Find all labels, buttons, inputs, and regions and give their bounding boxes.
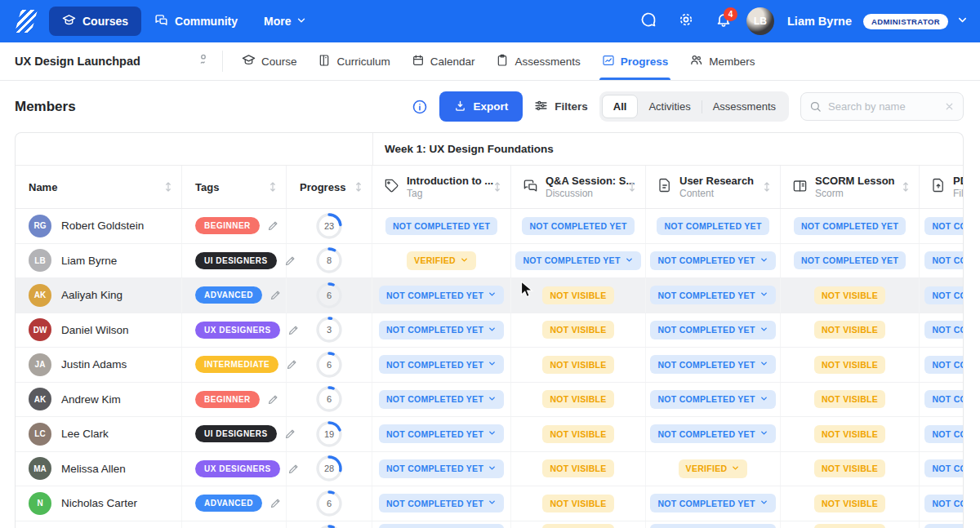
chat-bubble-icon [640, 11, 657, 31]
app-logo[interactable] [15, 10, 38, 33]
status-badge[interactable]: NOT COMPLETED YET [650, 286, 775, 304]
search-input[interactable] [828, 100, 938, 113]
tab-members[interactable]: Members [679, 42, 765, 80]
status-label: NOT COMPLETED YET [386, 360, 483, 370]
member-tag[interactable]: ADVANCED [195, 286, 262, 304]
tab-progress[interactable]: Progress [591, 42, 679, 80]
status-badge[interactable]: NOT COMPLETED YET [379, 355, 504, 374]
member-progress-cell: 8 [287, 244, 372, 278]
edit-tag-icon[interactable] [270, 497, 282, 509]
status-badge[interactable]: VERIFIED [679, 459, 748, 478]
segment-assessments[interactable]: Assessments [702, 95, 786, 118]
sort-icon[interactable] [492, 181, 502, 193]
tab-course[interactable]: Course [231, 42, 308, 80]
member-tag[interactable]: UX DESIGNERS [195, 322, 280, 339]
status-badge: NOT VISIBLE [814, 286, 885, 304]
activity-status-cell: NOT VISIBLE [781, 486, 920, 521]
status-badge[interactable]: NOT COMPLETED YET [379, 424, 504, 443]
chevron-down-icon [760, 428, 768, 439]
week-group-header: Week 1: UX Design Foundations [372, 133, 964, 165]
settings-button[interactable] [671, 7, 701, 36]
status-badge[interactable]: NOT COMPLETED YET [379, 459, 504, 478]
sort-icon[interactable] [901, 181, 911, 193]
sort-icon[interactable] [762, 181, 772, 193]
status-label: NOT COMPLETED YET [386, 325, 483, 335]
tab-calendar[interactable]: Calendar [401, 42, 486, 80]
gear-icon [678, 11, 694, 31]
edit-tag-icon[interactable] [270, 289, 282, 301]
sort-icon[interactable] [354, 181, 363, 193]
sort-icon[interactable] [163, 181, 173, 193]
user-check-icon[interactable] [196, 52, 211, 70]
status-badge: NOT VISIBLE [814, 495, 885, 512]
progress-value: 19 [315, 420, 343, 448]
sort-icon[interactable] [627, 181, 637, 193]
nav-more-button[interactable]: More [251, 7, 320, 36]
member-tag[interactable]: UI DESIGNERS [195, 425, 277, 442]
tab-assessments[interactable]: Assessments [485, 42, 590, 80]
nav-community-button[interactable]: Community [141, 7, 251, 36]
search-box[interactable] [800, 92, 964, 121]
status-badge[interactable]: NOT COMPLETED YET [650, 524, 775, 528]
member-progress-cell: 3 [287, 313, 372, 348]
status-badge[interactable]: NOT COMPLETED YET [379, 321, 504, 339]
activity-status-cell: VERIFIED [646, 452, 781, 486]
edit-tag-icon[interactable] [267, 220, 279, 232]
activity-status-cell: NOT COMPLETED YET [920, 452, 964, 486]
status-badge[interactable]: NOT COMPLETED YET [515, 251, 640, 270]
status-badge[interactable]: NOT COMPLETED YET [650, 355, 775, 374]
members-icon [689, 53, 703, 69]
nav-courses-button[interactable]: Courses [49, 7, 141, 36]
user-avatar[interactable]: LB [746, 7, 774, 35]
sort-icon[interactable] [268, 181, 278, 193]
member-progress-cell: 6 [287, 348, 372, 382]
member-tag[interactable]: BEGINNER [195, 217, 260, 234]
status-label: NOT VISIBLE [550, 360, 606, 370]
member-tags-cell: INTERMEDIATE [182, 348, 287, 382]
member-name-cell: RGRobert Goldstein [16, 209, 182, 243]
status-badge[interactable]: VERIFIED [407, 251, 476, 270]
status-badge[interactable]: NOT COMPLETED YET [650, 251, 775, 270]
clear-search-icon[interactable] [944, 101, 955, 112]
status-badge: NOT COMPLETED YET [794, 251, 906, 269]
member-tag[interactable]: INTERMEDIATE [195, 356, 278, 373]
member-name: Lee Clark [61, 428, 109, 440]
chevron-down-icon [460, 255, 469, 266]
progress-ring: 6 [315, 524, 343, 528]
export-button[interactable]: Export [439, 91, 523, 122]
status-label: NOT VISIBLE [822, 325, 878, 335]
messages-button[interactable] [634, 7, 663, 36]
status-label: NOT COMPLETED YET [932, 499, 964, 508]
progress-value: 6 [315, 524, 343, 528]
status-badge[interactable]: NOT COMPLETED YET [379, 390, 504, 409]
status-label: NOT COMPLETED YET [657, 429, 755, 439]
status-badge: NOT VISIBLE [814, 459, 885, 477]
status-badge[interactable]: NOT COMPLETED YET [650, 321, 775, 339]
member-tag[interactable]: UX DESIGNERS [195, 460, 280, 477]
member-tag[interactable]: BEGINNER [195, 391, 260, 408]
status-label: NOT COMPLETED YET [932, 464, 964, 473]
segment-all[interactable]: All [602, 95, 639, 118]
status-badge[interactable]: NOT COMPLETED YET [379, 286, 504, 304]
activity-status-cell: NOT COMPLETED YET [781, 244, 920, 278]
status-badge[interactable]: NOT COMPLETED YET [650, 494, 775, 512]
progress-ring: 6 [315, 490, 343, 517]
status-badge[interactable]: NOT COMPLETED YET [379, 524, 504, 528]
graduation-cap-icon [62, 13, 76, 29]
status-badge[interactable]: NOT COMPLETED YET [650, 390, 775, 409]
tab-curriculum[interactable]: Curriculum [307, 42, 400, 80]
member-tag[interactable]: UI DESIGNERS [195, 252, 277, 269]
info-icon[interactable] [412, 99, 428, 115]
segment-activities[interactable]: Activities [638, 95, 701, 118]
filters-button[interactable]: Filters [534, 99, 588, 115]
activity-status-cell: NOT COMPLETED YET [646, 348, 781, 382]
status-badge[interactable]: NOT COMPLETED YET [379, 494, 504, 512]
column-label: Tags [195, 181, 219, 193]
tab-label: Progress [621, 55, 669, 68]
scorm-icon [792, 178, 808, 197]
member-tag[interactable]: ADVANCED [195, 495, 262, 512]
notifications-button[interactable]: 4 [709, 7, 738, 36]
user-menu-chevron-icon[interactable] [956, 14, 969, 29]
edit-tag-icon[interactable] [267, 393, 279, 406]
status-badge[interactable]: NOT COMPLETED YET [650, 424, 775, 443]
